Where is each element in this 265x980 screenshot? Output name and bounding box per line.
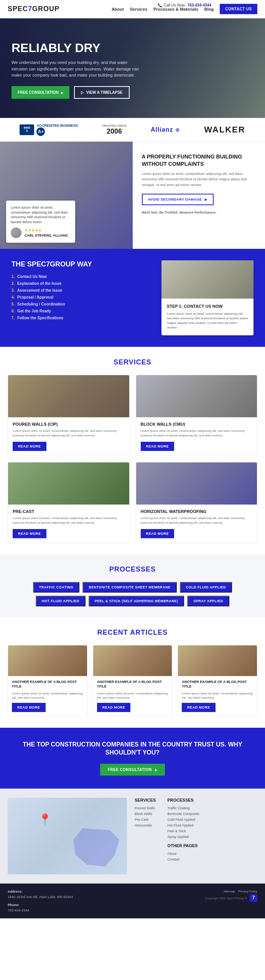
footer-legal: Sitemap Privacy Policy Copyright 2020 Sp… (205, 889, 257, 902)
footer-hot-fluid[interactable]: Hot Fluid Applied (167, 823, 199, 827)
service-horizontal-title: HORIZONTAL WATERPROOFING (141, 509, 253, 514)
article-3-image (178, 645, 257, 676)
consultation-button[interactable]: FREE CONSULTATION (12, 86, 69, 99)
service-poured-btn[interactable]: READ MORE (13, 442, 46, 451)
testimonial-card: Lorem ipsum dolor sit amet, consectetuer… (6, 201, 75, 243)
author-name: CARL STEVENS, ALLIANZ (25, 233, 68, 238)
service-horizontal-body: HORIZONTAL WATERPROOFING Lorem ipsum dol… (136, 505, 257, 543)
trusted-since-year: 2006 (102, 127, 127, 136)
logo: SPEC7GROUP (8, 5, 59, 13)
process-spray[interactable]: SPRAY APPLIED (187, 596, 229, 606)
cta-consultation-button[interactable]: FREE CONSULTATION (100, 764, 165, 776)
service-horizontal-btn[interactable]: READ MORE (141, 529, 174, 538)
spec7way-content: THE SPEC7GROUP WAY 1. Contact Us Now 2. … (12, 260, 154, 335)
service-block-text: Lorem ipsum dolor sit amet, consectetuer… (141, 429, 253, 438)
phone-icon: 📞 (158, 3, 162, 7)
testimonial-stars: ★★★★★ (25, 228, 68, 233)
footer-logo-7: 7 (250, 894, 257, 902)
article-card-1: ANOTHER EXAMPLE OF A BLOG POST TITLE Lor… (8, 645, 87, 716)
article-3-body: ANOTHER EXAMPLE OF A BLOG POST TITLE Lor… (178, 676, 257, 716)
map-pin: 📍 (38, 813, 52, 826)
timelapse-label: VIEW A TIMELAPSE (86, 90, 123, 95)
footer-phone-text: 763-434-4344 (8, 908, 29, 912)
footer-poured-walls[interactable]: Poured Walls (135, 806, 156, 810)
privacy-link[interactable]: Privacy Policy (238, 890, 257, 893)
footer-cold-fluid[interactable]: Cold Fluid Applied (167, 818, 199, 822)
map-placeholder: 📍 (8, 798, 127, 874)
spec7way-steps: 1. Contact Us Now 2. Explanation of the … (12, 274, 154, 320)
footer-horizontals[interactable]: Horizontals (135, 823, 156, 827)
bbb-text: BBB® (24, 126, 30, 133)
article-1-title: ANOTHER EXAMPLE OF A BLOG POST TITLE (12, 680, 83, 689)
step-4: 4. Proposal / Approval (12, 295, 154, 299)
footer-traffic-coating[interactable]: Traffic Coating (167, 806, 199, 810)
footer-bentonite[interactable]: Bentonite Composite (167, 812, 199, 816)
footer-spray[interactable]: Spray Applied (167, 835, 199, 839)
service-precast-body: PRE-CAST Lorem ipsum dolor sit amet, con… (8, 505, 129, 543)
article-3-btn[interactable]: READ MORE (182, 703, 216, 712)
accredited-text: ACCREDITED BUSINESS (36, 124, 78, 128)
process-traffic-coating[interactable]: TRAFFIC COATING (33, 582, 79, 593)
process-hot-fluid[interactable]: HOT FLUID APPLIED (36, 596, 86, 606)
article-3-title: ANOTHER EXAMPLE OF A BLOG POST TITLE (182, 680, 253, 689)
service-block-image (136, 375, 257, 417)
process-cold-fluid[interactable]: COLD FLUID APPLIED (180, 582, 232, 593)
service-horizontal-text: Lorem ipsum dolor sit amet, consectetuer… (141, 516, 253, 525)
service-card-poured: POURED WALLS (CIP) Lorem ipsum dolor sit… (8, 375, 130, 456)
footer-peel-stick[interactable]: Peel & Stick (167, 829, 199, 833)
processes-title: PROCESSES (8, 565, 257, 573)
article-1-body: ANOTHER EXAMPLE OF A BLOG POST TITLE Lor… (8, 676, 87, 716)
footer-contact[interactable]: Contact (167, 858, 199, 861)
step-1: 1. Contact Us Now (12, 274, 154, 279)
footer-about[interactable]: About (167, 852, 199, 856)
footer-block-walls[interactable]: Block Walls (135, 812, 156, 816)
service-poured-body: POURED WALLS (CIP) Lorem ipsum dolor sit… (8, 417, 129, 456)
testimonial-text: Lorem ipsum dolor sit amet, consectetuer… (11, 205, 71, 224)
article-1-image (8, 645, 87, 676)
walker-logo: WALKER (204, 125, 245, 135)
process-peel-stick[interactable]: PEEL & STICK (SELF ADHERING MEMBRANE) (89, 596, 184, 606)
article-3-text: Lorem ipsum dolor sit amet, consectetuer… (182, 691, 253, 700)
nav-blog[interactable]: Blog (204, 7, 214, 11)
step-3: 3. Assessment of the Issue (12, 288, 154, 292)
article-2-btn[interactable]: READ MORE (97, 703, 131, 712)
map-area: 📍 (8, 798, 127, 874)
service-card-precast: PRE-CAST Lorem ipsum dolor sit amet, con… (8, 462, 130, 543)
footer-pre-cast[interactable]: Pre-Cast (135, 818, 156, 822)
nav-processes[interactable]: Processes & Materials (153, 7, 198, 11)
nav-contact-button[interactable]: CONTACT US (220, 4, 257, 14)
service-precast-btn[interactable]: READ MORE (13, 529, 46, 538)
allianz-icon: ⊕ (175, 127, 180, 133)
process-bentonite[interactable]: BENTONITE COMPOSITE SHEET MEMBRANE (82, 582, 176, 593)
articles-grid: ANOTHER EXAMPLE OF A BLOG POST TITLE Lor… (8, 645, 257, 716)
logo-accent: 7 (28, 5, 32, 13)
nav-services[interactable]: Services (130, 7, 147, 11)
nav-about[interactable]: About (112, 7, 124, 11)
consultation-label: FREE CONSULTATION (18, 90, 59, 95)
about-image: Lorem ipsum dolor sit amet, consectetuer… (0, 142, 133, 249)
secondary-damage-button[interactable]: AVOID SECONDARY DAMAGE (142, 194, 214, 205)
article-card-3: ANOTHER EXAMPLE OF A BLOG POST TITLE Lor… (178, 645, 257, 716)
footer-address-text: 1840 153rd Ave NE, Ham Lake, MN 55304 (8, 895, 73, 899)
bbb-badge: BBB® ACCREDITED BUSINESS A+ (20, 124, 78, 136)
footer-map-section: 📍 SERVICES Poured Walls Block Walls Pre-… (0, 789, 265, 884)
service-poured-title: POURED WALLS (CIP) (13, 422, 125, 426)
timelapse-button[interactable]: VIEW A TIMELAPSE (74, 86, 130, 99)
allianz-logo: Allianz ⊕ (151, 126, 180, 133)
article-1-btn[interactable]: READ MORE (12, 703, 46, 712)
step-2: 2. Explanation of the Issue (12, 281, 154, 286)
sitemap-link[interactable]: Sitemap (224, 890, 235, 893)
service-block-body: BLOCK WALLS (CMU) Lorem ipsum dolor sit … (136, 417, 257, 456)
footer-address-block: Address: 1840 153rd Ave NE, Ham Lake, MN… (8, 889, 73, 913)
service-precast-image (8, 462, 129, 505)
service-block-btn[interactable]: READ MORE (141, 442, 174, 451)
footer-links: SERVICES Poured Walls Block Walls Pre-Ca… (135, 798, 257, 863)
service-precast-text: Lorem ipsum dolor sit amet, consectetuer… (13, 516, 125, 525)
cta-banner: THE TOP CONSTRUCTION COMPANIES IN THE CO… (0, 728, 265, 789)
article-2-title: ANOTHER EXAMPLE OF A BLOG POST TITLE (97, 680, 168, 689)
services-title: SERVICES (8, 358, 257, 366)
about-heading: A PROPERLY FUNCTIONING BUILDING WITHOUT … (142, 153, 256, 167)
service-card-block: BLOCK WALLS (CMU) Lorem ipsum dolor sit … (136, 375, 258, 456)
bbb-grade: A+ (36, 127, 45, 136)
spec7way-section: THE SPEC7GROUP WAY 1. Contact Us Now 2. … (0, 249, 265, 347)
